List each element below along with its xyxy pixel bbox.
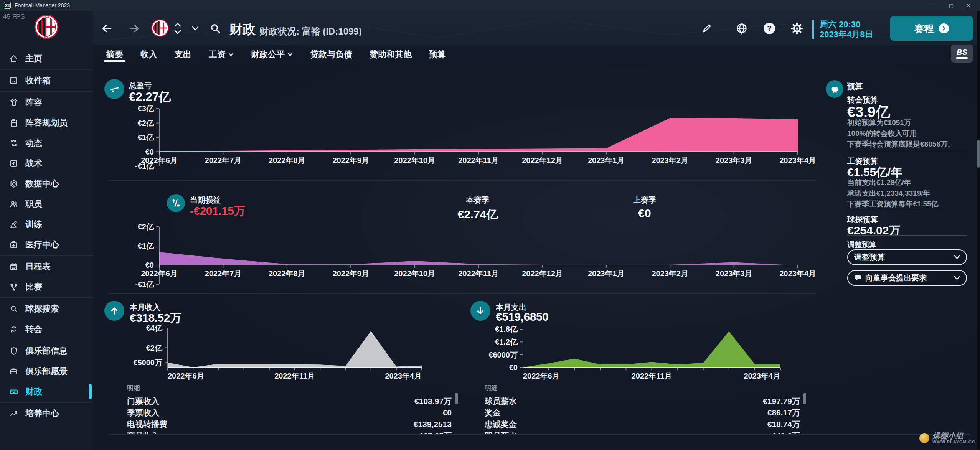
adjust-budget-label: 调整预算 <box>847 240 876 250</box>
sidebar-item-label: 培养中心 <box>25 408 59 419</box>
sidebar-item-squad-planner[interactable]: 阵容规划员 <box>0 112 93 133</box>
help-icon[interactable]: ? <box>763 22 776 36</box>
sidebar-item-finances[interactable]: 财政 <box>0 381 93 402</box>
search-icon[interactable] <box>209 22 221 36</box>
sidebar-divider <box>0 297 93 298</box>
list-item: 门票收入€103.97万 <box>127 396 452 407</box>
last-season-value: €0 <box>612 207 677 220</box>
list-item: 季票收入€0 <box>127 407 452 419</box>
sidebar-item-dynamics[interactable]: 动态 <box>0 133 93 153</box>
sidebar-item-transfers[interactable]: 转会 <box>0 319 93 339</box>
budget-panel: 预算 转会预算 €3.9亿 初始预算为€1051万 100%的转会收入可用 下赛… <box>826 79 967 370</box>
panel-divider <box>847 210 967 210</box>
expenditure-list-scrollbar[interactable] <box>803 393 806 404</box>
tab-bar: 摘要 收入 支出 工资 财政公平 贷款与负债 赞助和其他 预算 <box>106 45 446 63</box>
gear-icon[interactable] <box>790 22 803 36</box>
sidebar-item-data-hub[interactable]: 数据中心 <box>0 173 93 194</box>
overall-balance-chart: €3亿€2亿€1亿€0-€1亿2022年6月2022年7月2022年8月2022… <box>121 105 800 180</box>
details-heading: 明细 <box>485 384 800 392</box>
page-title: 财政 <box>229 21 256 38</box>
tab-income[interactable]: 收入 <box>140 45 157 63</box>
last-season-label: 上赛季 <box>612 195 677 205</box>
sidebar-item-schedule[interactable]: 日程表 <box>0 256 93 277</box>
scrollbar-track[interactable] <box>977 11 980 450</box>
tab-wages[interactable]: 工资 <box>209 45 234 63</box>
sidebar-item-matches[interactable]: 比赛 <box>0 277 93 297</box>
adjust-budget-dropdown[interactable]: 调整预算 <box>847 249 967 265</box>
expenditure-details-list[interactable]: 明细 球员薪水€197.79万 奖金€86.17万 忠诚奖金€18.74万 职员… <box>485 384 800 434</box>
team-spinner[interactable] <box>173 21 182 37</box>
back-button[interactable] <box>101 22 113 36</box>
income-up-arrow-icon <box>104 301 124 321</box>
club-badge-small[interactable] <box>151 19 169 37</box>
panel-divider <box>847 235 967 236</box>
shield-icon <box>9 346 18 356</box>
sidebar-item-club-info[interactable]: 俱乐部信息 <box>0 341 93 361</box>
svg-text:2022年10月: 2022年10月 <box>394 156 435 165</box>
bs-skin-button[interactable]: BS <box>951 45 973 63</box>
balance-icon <box>104 79 124 99</box>
svg-text:€2亿: €2亿 <box>138 223 154 231</box>
sidebar-item-tactics[interactable]: 战术 <box>0 153 93 173</box>
svg-text:€1.8亿: €1.8亿 <box>495 325 518 333</box>
svg-text:2023年2月: 2023年2月 <box>652 156 688 165</box>
svg-text:€6000万: €6000万 <box>488 351 518 359</box>
sidebar-item-label: 比赛 <box>25 281 42 293</box>
watermark: 爆棚小组 WWW.PLAYGM.CC <box>919 432 975 444</box>
this-season-value: €2.74亿 <box>445 207 510 223</box>
sidebar-item-club-vision[interactable]: 俱乐部愿景 <box>0 361 93 381</box>
sidebar-item-inbox[interactable]: 收件箱 <box>0 70 93 91</box>
sidebar-item-scouting[interactable]: 球探搜索 <box>0 298 93 319</box>
this-season-block: 本赛季 €2.74亿 <box>445 195 510 223</box>
sidebar-item-staff[interactable]: 职员 <box>0 194 93 214</box>
sidebar-item-label: 日程表 <box>25 261 51 272</box>
svg-text:€0: €0 <box>145 148 154 156</box>
dropdown-label: 调整预算 <box>854 252 885 262</box>
sidebar-item-label: 阵容规划员 <box>25 117 68 129</box>
sidebar-item-label: 主页 <box>25 53 42 64</box>
sidebar-item-training[interactable]: 训练 <box>0 214 93 234</box>
app-icon: 23 <box>4 2 11 9</box>
sidebar-item-development-centre[interactable]: 培养中心 <box>0 403 93 424</box>
tab-label: 工资 <box>209 49 226 60</box>
forward-button[interactable] <box>128 22 140 36</box>
budget-heading: 预算 <box>847 81 863 92</box>
tab-loans-debt[interactable]: 贷款与负债 <box>310 45 352 63</box>
game-date: 周六 20:30 2023年4月8日 <box>812 20 873 39</box>
sidebar-item-label: 职员 <box>25 198 42 210</box>
minimize-button[interactable]: — <box>931 3 936 8</box>
income-list-scrollbar[interactable] <box>455 393 458 404</box>
sidebar-item-home[interactable]: 主页 <box>0 48 93 69</box>
date-accent-bar <box>812 20 814 39</box>
continue-button[interactable]: 赛程 <box>890 16 973 41</box>
board-request-dropdown[interactable]: 向董事会提出要求 <box>847 270 967 286</box>
svg-text:€2亿: €2亿 <box>138 119 154 127</box>
close-button[interactable]: ✕ <box>967 3 971 8</box>
edit-pencil-icon[interactable] <box>701 23 712 35</box>
detail-label: 职员薪水 <box>485 430 517 434</box>
trophy-icon <box>9 282 18 292</box>
sidebar-item-squad[interactable]: 阵容 <box>0 92 93 112</box>
piggy-bank-icon <box>826 80 843 98</box>
overall-balance-value: €2.27亿 <box>129 89 171 105</box>
maximize-button[interactable]: ▢ <box>949 3 954 8</box>
tab-ffp[interactable]: 财政公平 <box>251 45 293 63</box>
sidebar-item-medical-centre[interactable]: 医疗中心 <box>0 234 93 255</box>
tab-expenditure[interactable]: 支出 <box>175 45 191 63</box>
profit-loss-value: -€201.15万 <box>190 203 245 219</box>
globe-icon[interactable] <box>735 22 748 36</box>
wage-note: 当前支出€1.28亿/年 <box>847 178 911 188</box>
scrollbar-thumb[interactable] <box>977 140 980 168</box>
svg-text:2022年7月: 2022年7月 <box>205 269 242 278</box>
tab-summary[interactable]: 摘要 <box>106 45 123 63</box>
chevron-down-icon[interactable] <box>191 25 200 33</box>
list-item: 职员薪水€41.3万 <box>485 430 800 434</box>
chevron-down-icon <box>287 53 293 56</box>
tab-budget[interactable]: 预算 <box>429 45 446 63</box>
income-details-list[interactable]: 明细 门票收入€103.97万 季票收入€0 电视转播费€139,2513 商品… <box>127 384 452 434</box>
detail-value: €86.17万 <box>767 407 800 418</box>
section-divider <box>109 293 816 294</box>
window-title: Football Manager 2023 <box>15 2 70 8</box>
tab-sponsors-other[interactable]: 赞助和其他 <box>370 45 412 63</box>
svg-text:2022年12月: 2022年12月 <box>522 156 563 165</box>
